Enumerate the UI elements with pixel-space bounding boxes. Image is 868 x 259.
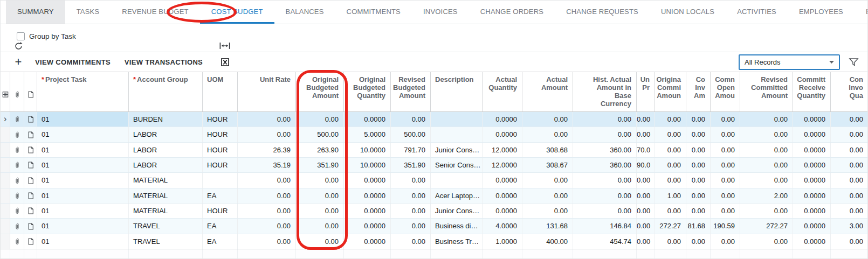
cell-description[interactable] xyxy=(431,127,483,142)
cell-original-committed-amount[interactable]: 272.27 xyxy=(655,219,686,233)
cell-committed-received-quantity[interactable]: 0.0000 xyxy=(793,219,831,233)
cell-committed-open-amount[interactable]: 0.00 xyxy=(711,112,740,127)
view-commitments-button[interactable]: VIEW COMMITMENTS xyxy=(35,54,111,70)
column-header-committed-invoiced-quantity[interactable]: Con Invo Qua xyxy=(831,72,868,111)
add-button[interactable]: + xyxy=(10,54,26,70)
cell-description[interactable] xyxy=(431,173,483,187)
cell-uom[interactable]: EA xyxy=(203,219,238,233)
cell-project-task[interactable]: 01 xyxy=(37,143,129,157)
cell-revised-committed-amount[interactable]: 0.00 xyxy=(740,204,793,218)
row-files-button[interactable] xyxy=(10,173,24,187)
cell-original-budgeted-amount[interactable]: 0.00 xyxy=(296,188,344,203)
records-filter-dropdown[interactable]: All Records xyxy=(739,54,840,70)
cell-unit-price[interactable]: 0.00 xyxy=(637,127,655,142)
table-row[interactable]: 01LABORHOUR26.39263.9010.0000791.70Junio… xyxy=(1,143,868,158)
cell-original-committed-amount[interactable]: 0.00 xyxy=(655,143,686,157)
cell-unit-price[interactable]: 0.00 xyxy=(637,112,655,127)
cell-unit-rate[interactable]: 0.00 xyxy=(238,204,296,218)
column-header-original-committed-amount[interactable]: Origina Commi Amoun xyxy=(655,72,686,111)
view-transactions-button[interactable]: VIEW TRANSACTIONS xyxy=(125,54,203,70)
cell-original-budgeted-amount[interactable]: 0.00 xyxy=(296,112,344,127)
cell-description[interactable]: Senior Cons… xyxy=(431,158,483,172)
cell-hist-actual-amount-in-base-currency[interactable]: 0.00 xyxy=(573,188,637,203)
cell-actual-quantity[interactable]: 0.0000 xyxy=(483,204,522,218)
cell-unit-price[interactable]: 0.00 xyxy=(637,219,655,233)
cell-unit-price[interactable]: 0.00 xyxy=(637,188,655,203)
cell-revised-committed-amount[interactable]: 0.00 xyxy=(740,127,793,142)
row-selector[interactable] xyxy=(1,127,10,142)
row-selector[interactable]: › xyxy=(1,112,10,127)
tab-change-orders[interactable]: CHANGE ORDERS xyxy=(469,1,555,24)
tab-commitments[interactable]: COMMITMENTS xyxy=(335,1,412,24)
tab-change-requests[interactable]: CHANGE REQUESTS xyxy=(555,1,650,24)
cell-revised-committed-amount[interactable]: 0.00 xyxy=(740,234,793,249)
cell-revised-budgeted-amount[interactable]: 0.00 xyxy=(391,188,431,203)
cell-unit-rate[interactable]: 0.00 xyxy=(238,188,296,203)
row-selector[interactable] xyxy=(1,143,10,157)
cell-actual-quantity[interactable]: 0.0000 xyxy=(483,112,522,127)
column-header-original-budgeted-amount[interactable]: Original Budgeted Amount xyxy=(296,72,344,111)
cell-actual-amount[interactable]: 0.00 xyxy=(522,112,573,127)
cell-actual-amount[interactable]: 308.68 xyxy=(522,143,573,157)
tab-invoices[interactable]: INVOICES xyxy=(412,1,469,24)
export-excel-button[interactable] xyxy=(217,54,233,70)
cell-committed-invoiced-amount[interactable]: 0.00 xyxy=(686,127,711,142)
row-notes-button[interactable] xyxy=(24,112,37,127)
cell-project-task[interactable]: 01 xyxy=(37,112,129,127)
cell-committed-invoiced-amount[interactable]: 0.00 xyxy=(686,234,711,249)
column-header-committed-received-quantity[interactable]: Committ Receive Quantity xyxy=(793,72,831,111)
cell-committed-open-amount[interactable]: 0.00 xyxy=(711,127,740,142)
cell-project-task[interactable]: 01 xyxy=(37,127,129,142)
cell-committed-invoiced-amount[interactable]: 0.00 xyxy=(686,143,711,157)
cell-uom[interactable]: EA xyxy=(203,188,238,203)
cell-account-group[interactable]: LABOR xyxy=(129,158,203,172)
column-header-committed-open-amount[interactable]: Comn Open Amou xyxy=(711,72,740,111)
cell-actual-amount[interactable]: 0.00 xyxy=(522,204,573,218)
tab-cost-budget[interactable]: COST BUDGET xyxy=(200,1,274,24)
cell-committed-open-amount[interactable]: 0.00 xyxy=(711,234,740,249)
row-files-button[interactable] xyxy=(10,127,24,142)
cell-revised-committed-amount[interactable]: 0.00 xyxy=(740,158,793,172)
cell-revised-committed-amount[interactable]: 0.00 xyxy=(740,112,793,127)
cell-original-committed-amount[interactable]: 0.00 xyxy=(655,112,686,127)
cell-original-budgeted-quantity[interactable]: 0.0000 xyxy=(344,219,391,233)
cell-original-budgeted-quantity[interactable]: 0.0000 xyxy=(344,112,391,127)
cell-revised-budgeted-amount[interactable]: 0.00 xyxy=(391,234,431,249)
cell-original-budgeted-quantity[interactable]: 5.0000 xyxy=(344,127,391,142)
cell-committed-invoiced-amount[interactable]: 0.00 xyxy=(686,158,711,172)
cell-account-group[interactable]: MATERIAL xyxy=(129,204,203,218)
row-files-button[interactable] xyxy=(10,204,24,218)
table-row[interactable]: 01LABORHOUR0.00500.005.0000500.000.00000… xyxy=(1,127,868,142)
cell-uom[interactable]: HOUR xyxy=(203,127,238,142)
row-notes-button[interactable] xyxy=(24,158,37,172)
cell-revised-committed-amount[interactable]: 2.00 xyxy=(740,188,793,203)
cell-actual-amount[interactable]: 0.00 xyxy=(522,127,573,142)
cell-project-task[interactable]: 01 xyxy=(37,173,129,187)
cell-project-task[interactable]: 01 xyxy=(37,234,129,249)
column-header-account-group[interactable]: *Account Group xyxy=(129,72,203,111)
cell-committed-invoiced-quantity[interactable]: 0.00 xyxy=(831,158,868,172)
row-selector[interactable] xyxy=(1,173,10,187)
cell-committed-received-quantity[interactable]: 0.0000 xyxy=(793,112,831,127)
cell-hist-actual-amount-in-base-currency[interactable]: 0.00 xyxy=(573,204,637,218)
tab-balances[interactable]: BALANCES xyxy=(274,1,335,24)
column-header-actual-quantity[interactable]: Actual Quantity xyxy=(483,72,522,111)
cell-committed-invoiced-quantity[interactable]: 0.00 xyxy=(831,188,868,203)
cell-uom[interactable] xyxy=(203,173,238,187)
cell-unit-price[interactable]: 0.00 xyxy=(637,234,655,249)
column-header-files[interactable] xyxy=(10,72,24,111)
column-header-committed-invoiced-amount[interactable]: Co Inv Am xyxy=(686,72,711,111)
tab-revenue-budget[interactable]: REVENUE BUDGET xyxy=(111,1,199,24)
cell-unit-rate[interactable]: 0.00 xyxy=(238,234,296,249)
cell-unit-rate[interactable]: 0.00 xyxy=(238,219,296,233)
cell-committed-invoiced-quantity[interactable]: 0.00 xyxy=(831,204,868,218)
row-selector[interactable] xyxy=(1,204,10,218)
cell-original-budgeted-quantity[interactable]: 0.0000 xyxy=(344,173,391,187)
cell-hist-actual-amount-in-base-currency[interactable]: 0.00 xyxy=(573,173,637,187)
cell-original-budgeted-amount[interactable]: 0.00 xyxy=(296,219,344,233)
tab-tasks[interactable]: TASKS xyxy=(65,1,111,24)
cell-revised-committed-amount[interactable]: 272.27 xyxy=(740,219,793,233)
column-header-notes[interactable] xyxy=(24,72,37,111)
cell-account-group[interactable]: BURDEN xyxy=(129,112,203,127)
cell-project-task[interactable]: 01 xyxy=(37,158,129,172)
